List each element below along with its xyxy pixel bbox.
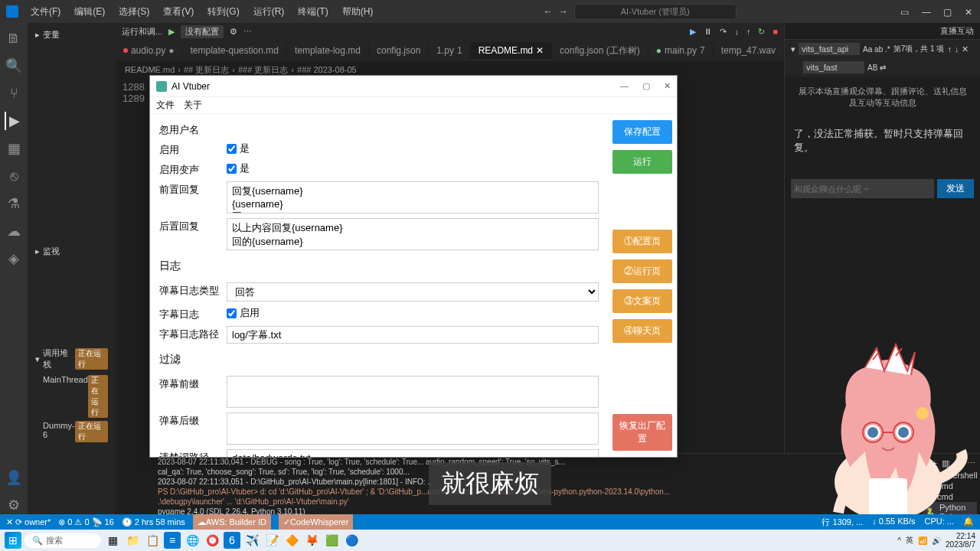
sb-codewhisperer[interactable]: ✓ CodeWhisperer bbox=[279, 514, 353, 530]
subtitle-log-path-input[interactable] bbox=[227, 326, 599, 344]
menu-terminal[interactable]: 终端(T) bbox=[292, 2, 334, 21]
search-icon[interactable]: 🔍 bbox=[5, 57, 23, 75]
modal-menu-file[interactable]: 文件 bbox=[156, 99, 175, 112]
extensions-icon[interactable]: ▦ bbox=[5, 139, 23, 158]
menu-file[interactable]: 文件(F) bbox=[24, 2, 67, 21]
nav-fwd-icon[interactable]: → bbox=[559, 6, 568, 17]
start-debug-icon[interactable]: ▶ bbox=[168, 27, 175, 37]
send-button[interactable]: 发送 bbox=[937, 179, 974, 198]
nav-config-button[interactable]: ①配置页 bbox=[612, 230, 672, 253]
system-tray[interactable]: ^ 英 📶 🔊 22:14 2023/8/7 bbox=[897, 532, 975, 549]
terminal-item[interactable]: ⩥ cmd bbox=[923, 491, 977, 502]
enable-voice-checkbox[interactable] bbox=[227, 164, 237, 174]
app7-taskbar-icon[interactable]: 🟩 bbox=[323, 532, 340, 549]
app6-taskbar-icon[interactable]: 🦊 bbox=[303, 532, 320, 549]
tab-audio[interactable]: audio.py ● bbox=[116, 42, 183, 59]
split-terminal-icon[interactable]: ▥ bbox=[942, 458, 949, 468]
sb-owner[interactable]: ✕ ⟳ owner* bbox=[6, 517, 51, 527]
new-terminal-icon[interactable]: + bbox=[933, 458, 937, 468]
nav-back-icon[interactable]: ← bbox=[544, 6, 553, 17]
step-over-icon[interactable]: ↷ bbox=[720, 27, 727, 37]
replace-input[interactable] bbox=[803, 61, 864, 73]
docker-icon[interactable]: ◈ bbox=[5, 249, 23, 268]
close-find-icon[interactable]: ✕ bbox=[962, 44, 969, 54]
run-button[interactable]: 运行 bbox=[612, 150, 672, 174]
prev-match-icon[interactable]: ↑ bbox=[947, 44, 952, 54]
tray-wifi-icon[interactable]: 📶 bbox=[918, 536, 927, 545]
modal-menu-about[interactable]: 关于 bbox=[184, 99, 202, 112]
modal-close-icon[interactable]: ✕ bbox=[664, 81, 671, 91]
sb-line-col[interactable]: 行 1309, ... bbox=[822, 517, 863, 528]
menu-help[interactable]: 帮助(H) bbox=[336, 2, 380, 21]
tab-config[interactable]: config.json bbox=[369, 42, 429, 59]
maximize-icon[interactable]: ▢ bbox=[943, 7, 952, 16]
find-input[interactable] bbox=[799, 43, 860, 55]
restore-button[interactable]: 恢复出厂配置 bbox=[612, 414, 672, 451]
account-icon[interactable]: 👤 bbox=[5, 468, 23, 487]
variables-section[interactable]: ▸ 变量 bbox=[31, 26, 113, 44]
start-button[interactable]: ⊞ bbox=[5, 532, 21, 549]
subtitle-log-checkbox[interactable] bbox=[227, 308, 237, 318]
menu-run[interactable]: 运行(R) bbox=[247, 2, 291, 21]
post-reply-textarea[interactable]: 以上内容回复{username} 回的{username} 以上回复{usern… bbox=[227, 218, 599, 250]
menu-goto[interactable]: 转到(G) bbox=[201, 2, 245, 21]
danmu-prefix-textarea[interactable] bbox=[227, 376, 599, 408]
danmu-suffix-textarea[interactable] bbox=[227, 412, 599, 445]
nav-chat-button[interactable]: ④聊天页 bbox=[612, 319, 672, 343]
menu-select[interactable]: 选择(S) bbox=[113, 2, 155, 21]
badwords-input[interactable] bbox=[227, 449, 599, 457]
tray-volume-icon[interactable]: 🔊 bbox=[932, 536, 941, 545]
tab-main[interactable]: ● main.py 7 bbox=[648, 42, 714, 59]
vscode-taskbar-icon[interactable]: ≡ bbox=[164, 532, 181, 549]
tab-config-wt[interactable]: config.json (工作树) bbox=[552, 41, 648, 60]
step-into-icon[interactable]: ↓ bbox=[734, 27, 739, 37]
explorer-icon[interactable]: 🗎 bbox=[5, 29, 23, 47]
close-icon[interactable]: ✕ bbox=[965, 7, 974, 16]
nav-run-button[interactable]: ②运行页 bbox=[612, 259, 672, 283]
chrome-taskbar-icon[interactable]: ⭕ bbox=[204, 532, 220, 549]
gear-icon[interactable]: ⚙ bbox=[230, 27, 237, 37]
tray-ime-icon[interactable]: 英 bbox=[906, 535, 913, 546]
danmu-log-type-select[interactable]: 回答 bbox=[227, 282, 599, 302]
step-out-icon[interactable]: ↑ bbox=[746, 27, 751, 37]
app5-taskbar-icon[interactable]: 🔶 bbox=[283, 532, 300, 549]
panel-tab-live[interactable]: 直播互动 bbox=[940, 25, 974, 37]
tab-wav[interactable]: temp_47.wav bbox=[714, 42, 784, 59]
tab-1py[interactable]: 1.py 1 bbox=[429, 42, 470, 59]
settings-icon[interactable]: ⚙ bbox=[5, 496, 23, 514]
modal-maximize-icon[interactable]: ▢ bbox=[642, 81, 650, 91]
pre-reply-textarea[interactable]: 回复{username} {username} 回{username} bbox=[227, 181, 599, 214]
layout-icon[interactable]: ▭ bbox=[900, 7, 910, 16]
pause-icon[interactable]: ⏸ bbox=[704, 27, 712, 37]
taskbar-search[interactable]: 🔍 搜索 bbox=[24, 533, 101, 548]
enable-checkbox[interactable] bbox=[227, 144, 237, 154]
app4-taskbar-icon[interactable]: 📝 bbox=[263, 532, 280, 549]
next-match-icon[interactable]: ↓ bbox=[955, 44, 959, 54]
callstack-section[interactable]: ▾ 调用堆栈 正在运行 bbox=[31, 344, 113, 373]
chevron-down-icon[interactable]: ▾ bbox=[791, 44, 795, 54]
thread-item[interactable]: MainThread正在运行 bbox=[31, 373, 113, 419]
chat-input[interactable] bbox=[791, 179, 934, 198]
remote-icon[interactable]: ⎋ bbox=[5, 167, 23, 185]
stop-icon[interactable]: ■ bbox=[773, 27, 778, 37]
save-config-button[interactable]: 保存配置 bbox=[612, 120, 672, 144]
edge-taskbar-icon[interactable]: 🌐 bbox=[184, 532, 201, 549]
app3-taskbar-icon[interactable]: ✈️ bbox=[243, 532, 260, 549]
explorer-taskbar-icon[interactable]: 📁 bbox=[124, 532, 141, 549]
debug-icon[interactable]: ▶ bbox=[5, 112, 23, 130]
sb-bell-icon[interactable]: 🔔 bbox=[963, 517, 974, 528]
continue-icon[interactable]: ▶ bbox=[690, 27, 696, 37]
restart-icon[interactable]: ↻ bbox=[758, 27, 765, 37]
tab-template-log[interactable]: template-log.md bbox=[287, 42, 369, 59]
task-view-icon[interactable]: ▦ bbox=[104, 532, 121, 549]
sb-problems[interactable]: ⊗ 0 ⚠ 0 📡 16 bbox=[58, 517, 114, 527]
terminal-item[interactable]: ⩥ cmd bbox=[923, 481, 977, 491]
nav-copy-button[interactable]: ③文案页 bbox=[612, 289, 672, 313]
menu-view[interactable]: 查看(V) bbox=[157, 2, 200, 21]
menu-edit[interactable]: 编辑(E) bbox=[68, 2, 111, 21]
tab-template-q[interactable]: template-question.md bbox=[183, 42, 287, 59]
sb-time[interactable]: 🕐 2 hrs 58 mins bbox=[122, 517, 185, 527]
tab-readme[interactable]: README.md ✕ bbox=[471, 42, 552, 59]
tray-up-icon[interactable]: ^ bbox=[897, 536, 901, 545]
trash-icon[interactable]: 🗑 bbox=[954, 458, 962, 468]
